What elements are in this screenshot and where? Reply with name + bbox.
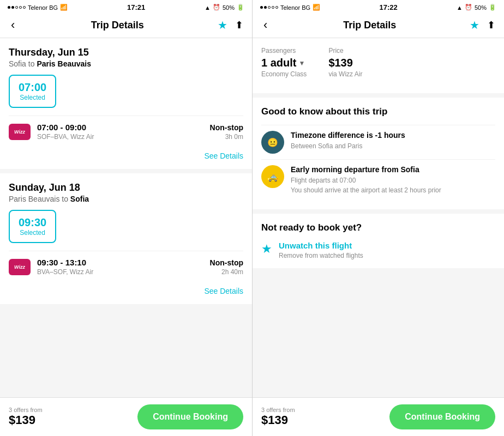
battery-right: 50% [475,4,487,11]
price-sub: via Wizz Air [328,70,362,78]
not-ready-title: Not ready to book yet? [261,222,495,233]
price-label: Price [328,47,362,55]
return-selected-box[interactable]: 09:30 Selected [9,210,56,243]
unwatch-star-icon: ★ [261,242,272,256]
price-amount-left: $139 [9,413,43,427]
outbound-to: Paris Beauvais [37,59,91,68]
carrier-right: Telenor BG [280,4,310,11]
price-info-right: 3 offers from $139 [261,407,295,427]
outbound-selected-label: Selected [19,94,46,101]
return-date: Sunday, Jun 18 [9,182,243,193]
passengers-sub: Economy Class [261,70,307,78]
return-selected-time: 09:30 [19,216,46,229]
page-title-right: Trip Details [343,20,396,31]
left-panel: Telenor BG 📶 17:21 ▲ ⏰ 50% 🔋 ‹ Trip Deta… [0,0,252,436]
battery-left: 50% [223,4,235,11]
not-ready-section: Not ready to book yet? ★ Unwatch this fl… [253,214,504,268]
outbound-airline-logo: Wizz [9,124,31,140]
unwatch-row: ★ Unwatch this flight Remove from watche… [261,241,495,259]
header-right: ‹ Trip Details ★ ⬆ [253,14,504,38]
location-icon-left: ▲ [205,4,211,11]
battery-icon-left: 🔋 [237,4,244,11]
right-panel: Telenor BG 📶 17:22 ▲ ⏰ 50% 🔋 ‹ Trip Deta… [252,0,504,436]
return-section: Sunday, Jun 18 Paris Beauvais to Sofia 0… [0,173,252,304]
back-button-right[interactable]: ‹ [261,18,269,32]
outbound-route: Sofia to Paris Beauvais [9,59,243,68]
content-left: Thursday, Jun 15 Sofia to Paris Beauvais… [0,38,252,397]
bottom-bar-left: 3 offers from $139 Continue Booking [0,397,252,436]
favorite-button-right[interactable]: ★ [470,19,479,32]
return-flight-meta: BVA–SOF, Wizz Air [37,268,210,276]
status-bar-right: Telenor BG 📶 17:22 ▲ ⏰ 50% 🔋 [253,0,504,14]
alarm-icon-right: ⏰ [465,4,472,11]
unwatch-button[interactable]: Unwatch this flight [279,241,363,250]
timezone-item: 😐 Timezone difference is -1 hours Betwee… [261,125,495,159]
passengers-dropdown-icon[interactable]: ▼ [298,59,305,67]
header-actions-right: ★ ⬆ [470,19,495,32]
return-flight-row: Wizz 09:30 - 13:10 BVA–SOF, Wizz Air Non… [9,251,243,282]
page-title-left: Trip Details [91,20,144,31]
share-button-left[interactable]: ⬆ [235,19,243,31]
outbound-flight-row: Wizz 07:00 - 09:00 SOF–BVA, Wizz Air Non… [9,116,243,147]
price-value: $139 [328,57,362,69]
wifi-icon-right: 📶 [313,4,320,11]
morning-title: Early morning departure from Sofia [291,165,495,174]
outbound-selected-box[interactable]: 07:00 Selected [9,75,56,108]
outbound-see-details[interactable]: See Details [9,147,243,160]
battery-icon-right: 🔋 [489,4,496,11]
bottom-bar-right: 3 offers from $139 Continue Booking [253,397,504,436]
header-left: ‹ Trip Details ★ ⬆ [0,14,252,38]
back-button-left[interactable]: ‹ [9,18,17,32]
passengers-label: Passengers [261,47,307,55]
continue-booking-button-right[interactable]: Continue Booking [389,404,495,429]
return-flight-times: 09:30 - 13:10 [37,258,210,267]
outbound-flight-meta: SOF–BVA, Wizz Air [37,133,210,141]
signal-icon [8,6,26,9]
offers-text-left: 3 offers from [9,407,43,413]
return-route: Paris Beauvais to Sofia [9,195,243,203]
status-right-right: ▲ ⏰ 50% 🔋 [457,4,496,11]
good-to-know-section: Good to know about this trip 😐 Timezone … [253,98,504,209]
timezone-desc: Between Sofia and Paris [291,141,495,151]
outbound-flight-type: Non-stop [210,123,243,132]
outbound-flight-times: 07:00 - 09:00 [37,123,210,132]
return-flight-duration: 2h 40m [210,268,243,276]
carrier-left: Telenor BG [28,4,58,11]
outbound-section: Thursday, Jun 15 Sofia to Paris Beauvais… [0,38,252,169]
morning-item: 🚕 Early morning departure from Sofia Fli… [261,159,495,201]
time-left: 17:21 [127,3,145,11]
unwatch-desc: Remove from watched flights [279,252,363,259]
wifi-icon-left: 📶 [60,4,68,11]
return-from: Paris Beauvais [9,195,59,203]
outbound-flight-duration: 3h 0m [210,133,243,141]
share-button-right[interactable]: ⬆ [487,19,495,31]
content-right: Passengers 1 adult ▼ Economy Class Price… [253,38,504,397]
outbound-from: Sofia [9,59,26,68]
timezone-title: Timezone difference is -1 hours [291,131,495,140]
alarm-icon-left: ⏰ [213,4,220,11]
return-flight-type: Non-stop [210,258,243,267]
price-amount-right: $139 [261,413,295,427]
return-selected-label: Selected [19,229,46,237]
passengers-block: Passengers 1 adult ▼ Economy Class [261,47,307,78]
status-right-left: ▲ ⏰ 50% 🔋 [205,4,244,11]
time-right: 17:22 [379,3,397,11]
location-icon-right: ▲ [457,4,463,11]
offers-text-right: 3 offers from [261,407,295,413]
passengers-value: 1 adult ▼ [261,57,307,69]
outbound-date: Thursday, Jun 15 [9,47,243,58]
return-airline-logo: Wizz [9,259,31,275]
signal-icon-right [260,6,278,9]
price-info-left: 3 offers from $139 [9,407,43,427]
good-to-know-title: Good to know about this trip [261,106,495,117]
price-block: Price $139 via Wizz Air [328,47,362,78]
status-left: Telenor BG 📶 [8,4,68,11]
status-bar-left: Telenor BG 📶 17:21 ▲ ⏰ 50% 🔋 [0,0,252,14]
continue-booking-button-left[interactable]: Continue Booking [137,404,243,429]
favorite-button-left[interactable]: ★ [218,19,227,32]
header-actions-left: ★ ⬆ [218,19,243,32]
morning-desc: Flight departs at 07:00 You should arriv… [291,175,495,195]
return-to: Sofia [70,195,89,203]
return-see-details[interactable]: See Details [9,282,243,295]
passengers-price-section: Passengers 1 adult ▼ Economy Class Price… [253,38,504,93]
